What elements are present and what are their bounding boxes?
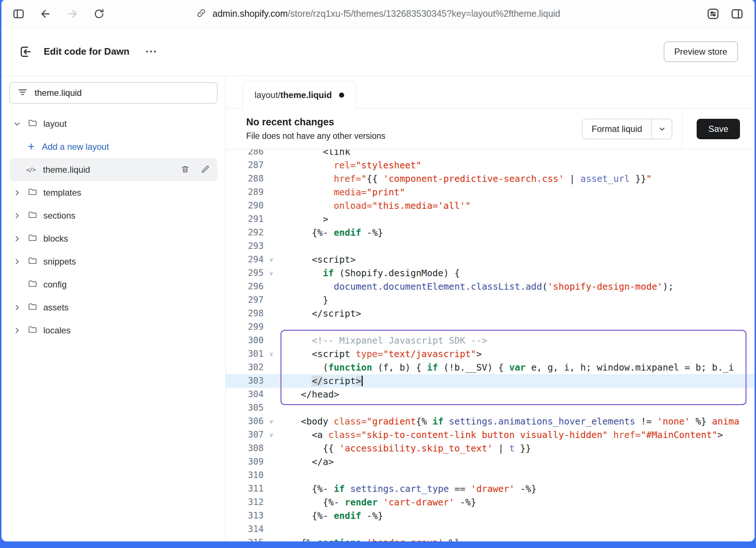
code-text[interactable]: </script> (279, 307, 361, 320)
fold-toggle-icon[interactable]: ∨ (264, 428, 279, 442)
code-text[interactable]: document.documentElement.classList.add('… (279, 280, 674, 293)
sidebar-item-sections[interactable]: sections (9, 204, 217, 227)
code-text[interactable]: media="print" (279, 185, 405, 199)
refresh-icon[interactable] (93, 8, 105, 20)
code-line-305[interactable]: 305 (226, 401, 755, 415)
sidebar-item-config[interactable]: config (9, 273, 217, 296)
format-options-chevron-icon[interactable] (651, 119, 672, 139)
file-sidebar: theme.liquid layout+Add a new layout</>t… (1, 76, 226, 541)
code-line-287[interactable]: 287 rel="stylesheet" (226, 158, 755, 172)
code-line-302[interactable]: 302 (function (f, b) { if (!b.__SV) { va… (226, 361, 755, 374)
code-line-296[interactable]: 296 document.documentElement.classList.a… (226, 280, 755, 293)
code-line-304[interactable]: 304 </head> (226, 388, 755, 401)
chevron-down-icon[interactable] (12, 119, 22, 129)
fold-toggle-icon[interactable]: ∨ (264, 266, 279, 280)
code-text[interactable]: {%- endif -%} (279, 226, 383, 239)
code-line-308[interactable]: 308 {{ 'accessibility.skip_to_text' | t … (226, 442, 755, 455)
code-text[interactable]: if (Shopify.designMode) { (279, 266, 460, 280)
more-menu-button[interactable] (142, 47, 160, 56)
chevron-right-icon[interactable] (12, 234, 22, 243)
code-line-292[interactable]: 292 {%- endif -%} (226, 226, 755, 239)
exit-editor-icon[interactable] (18, 44, 33, 59)
code-line-309[interactable]: 309 </a> (226, 455, 755, 469)
code-line-299[interactable]: 299 (226, 320, 755, 334)
add-new-layout-button[interactable]: +Add a new layout (9, 135, 217, 158)
code-editor[interactable]: 286 <link287 rel="stylesheet"288 href="{… (226, 149, 755, 541)
code-line-288[interactable]: 288 href="{{ 'component-predictive-searc… (226, 172, 755, 185)
code-line-298[interactable]: 298 </script> (226, 307, 755, 320)
code-text[interactable]: {{ 'accessibility.skip_to_text' | t }} (279, 442, 531, 455)
delete-file-button[interactable] (180, 164, 190, 175)
back-icon[interactable] (39, 8, 52, 20)
code-text[interactable]: <script> (279, 253, 356, 266)
code-line-293[interactable]: 293 (226, 239, 755, 253)
code-text[interactable]: onload="this.media='all'" (279, 199, 471, 212)
sidebar-item-templates[interactable]: templates (9, 181, 217, 204)
forward-icon[interactable] (66, 8, 79, 20)
code-text[interactable]: > (279, 212, 328, 226)
plus-icon: + (26, 141, 36, 152)
code-line-311[interactable]: 311 {%- if settings.cart_type == 'drawer… (226, 482, 755, 496)
code-text[interactable]: } (279, 293, 328, 307)
code-text[interactable]: {% sections 'header-group' %} (279, 536, 460, 541)
tab-theme-liquid[interactable]: layout/theme.liquid (243, 81, 356, 109)
code-text[interactable]: href="{{ 'component-predictive-search.cs… (279, 172, 652, 185)
code-text[interactable]: {%- if settings.cart_type == 'drawer' -%… (279, 482, 536, 496)
sidebar-item-layout[interactable]: layout (9, 112, 217, 135)
fold-toggle-icon[interactable]: ∨ (264, 253, 279, 266)
code-line-314[interactable]: 314 (226, 522, 755, 536)
chevron-right-icon[interactable] (12, 257, 22, 266)
code-text[interactable]: <a class="skip-to-content-link button vi… (279, 428, 723, 442)
code-text[interactable]: </head> (279, 388, 339, 401)
code-text[interactable]: {%- render 'cart-drawer' -%} (279, 496, 476, 509)
sidebar-item-blocks[interactable]: blocks (9, 227, 217, 250)
chevron-right-icon[interactable] (12, 326, 22, 335)
sidebar-item-assets[interactable]: assets (9, 296, 217, 319)
code-line-286[interactable]: 286 <link (226, 149, 755, 158)
fold-toggle-icon[interactable]: ∨ (264, 347, 279, 361)
rename-file-button[interactable] (200, 164, 210, 175)
code-line-312[interactable]: 312 {%- render 'cart-drawer' -%} (226, 496, 755, 509)
preview-store-button[interactable]: Preview store (664, 42, 738, 62)
code-text[interactable]: <!-- Mixpanel Javascript SDK --> (279, 334, 487, 347)
code-line-315[interactable]: 315 {% sections 'header-group' %} (226, 536, 755, 541)
code-text[interactable]: <body class="gradient{% if settings.anim… (279, 415, 739, 428)
sidebar-item-snippets[interactable]: snippets (9, 250, 217, 273)
chevron-right-icon[interactable] (12, 303, 22, 312)
code-line-289[interactable]: 289 media="print" (226, 185, 755, 199)
sidebar-toggle-icon[interactable] (12, 8, 25, 20)
code-file-icon: </> (26, 166, 37, 173)
split-view-icon[interactable] (731, 7, 744, 20)
code-line-294[interactable]: 294∨ <script> (226, 253, 755, 266)
code-line-300[interactable]: 300 <!-- Mixpanel Javascript SDK --> (226, 334, 755, 347)
code-line-303[interactable]: 303 </script> (226, 374, 755, 388)
code-line-306[interactable]: 306∨ <body class="gradient{% if settings… (226, 415, 755, 428)
code-text[interactable]: {%- endif -%} (279, 509, 383, 522)
sidebar-item-theme.liquid[interactable]: </>theme.liquid (9, 158, 217, 181)
file-search-input[interactable]: theme.liquid (9, 82, 217, 103)
extensions-icon[interactable] (706, 7, 720, 20)
code-text[interactable]: <link (279, 149, 350, 158)
code-line-301[interactable]: 301∨ <script type="text/javascript"> (226, 347, 755, 361)
code-line-297[interactable]: 297 } (226, 293, 755, 307)
sidebar-item-locales[interactable]: locales (9, 319, 217, 342)
code-line-291[interactable]: 291 > (226, 212, 755, 226)
url-host: admin.shopify.com (213, 8, 288, 19)
fold-toggle-icon[interactable]: ∨ (264, 415, 279, 428)
code-text[interactable]: </script> (279, 374, 363, 388)
code-line-313[interactable]: 313 {%- endif -%} (226, 509, 755, 522)
save-button[interactable]: Save (697, 119, 740, 139)
format-liquid-button[interactable]: Format liquid (582, 119, 652, 139)
code-line-307[interactable]: 307∨ <a class="skip-to-content-link butt… (226, 428, 755, 442)
chevron-right-icon[interactable] (12, 211, 22, 220)
address-bar[interactable]: admin.shopify.com/store/rzq1xu-f5/themes… (196, 0, 560, 27)
code-line-310[interactable]: 310 (226, 469, 755, 482)
code-line-290[interactable]: 290 onload="this.media='all'" (226, 199, 755, 212)
code-text[interactable]: <script type="text/javascript"> (279, 347, 482, 361)
file-tree: layout+Add a new layout</>theme.liquidte… (9, 112, 217, 342)
code-text[interactable]: rel="stylesheet" (279, 158, 421, 172)
chevron-right-icon[interactable] (12, 188, 22, 197)
code-line-295[interactable]: 295∨ if (Shopify.designMode) { (226, 266, 755, 280)
code-text[interactable]: (function (f, b) { if (!b.__SV) { var e,… (279, 361, 734, 374)
code-text[interactable]: </a> (279, 455, 334, 469)
